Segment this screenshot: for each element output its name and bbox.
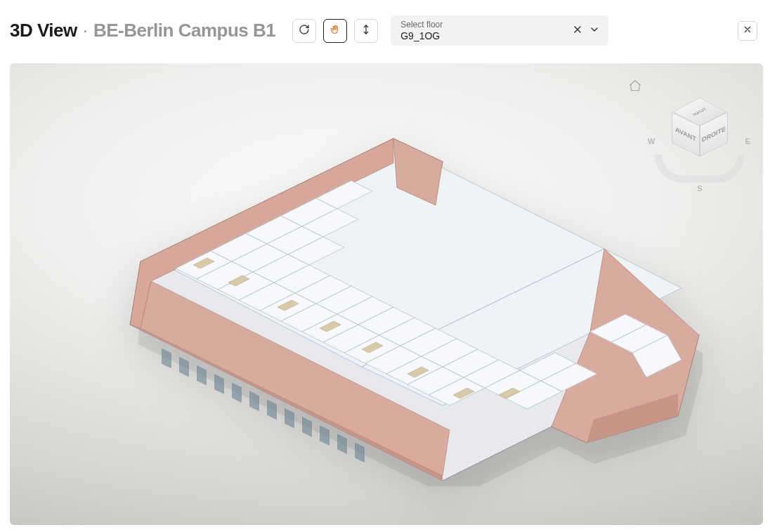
refresh-button[interactable] [292, 19, 316, 43]
building-model[interactable] [70, 121, 703, 486]
title-separator: · [83, 20, 88, 41]
viewcube[interactable]: S E W HAUT AVANT DROITE [652, 91, 748, 187]
page-title-block: 3D View · BE-Berlin Campus B1 [10, 20, 275, 41]
viewcube-cube[interactable]: HAUT AVANT DROITE [675, 107, 724, 156]
view-title: 3D View [10, 20, 77, 41]
project-name: BE-Berlin Campus B1 [93, 20, 275, 41]
compass-west: W [648, 137, 655, 145]
clear-floor-icon[interactable] [572, 24, 583, 38]
compass-ring [655, 155, 745, 183]
chevron-down-icon[interactable] [589, 24, 600, 38]
floor-select-label: Select floor [400, 20, 565, 30]
elevate-button[interactable] [354, 19, 378, 43]
floor-select-value: G9_1OG [400, 30, 565, 41]
home-icon [628, 83, 642, 95]
pan-button[interactable] [323, 19, 347, 43]
hand-icon [329, 24, 341, 37]
compass-south: S [697, 184, 702, 193]
compass-east: E [745, 137, 750, 145]
home-view-button[interactable] [628, 79, 642, 93]
3d-viewport[interactable]: S E W HAUT AVANT DROITE [10, 63, 763, 525]
refresh-icon [299, 24, 310, 37]
updown-arrow-icon [360, 24, 372, 37]
floor-select[interactable]: Select floor G9_1OG [391, 15, 608, 46]
close-icon [743, 25, 752, 37]
close-button[interactable] [738, 21, 757, 41]
